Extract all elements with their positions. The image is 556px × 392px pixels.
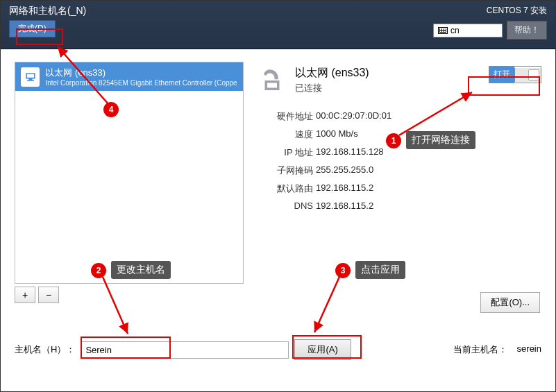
svg-line-3 [58, 46, 109, 105]
keyboard-layout-indicator[interactable]: cn [433, 24, 503, 37]
installer-brand: CENTOS 7 安装 [487, 5, 547, 17]
current-hostname-label: 当前主机名： [453, 343, 507, 356]
interface-list-item[interactable]: 以太网 (ens33) Intel Corporation 82545EM Gi… [15, 62, 243, 91]
annotation-badge: 3 [335, 263, 351, 278]
remove-interface-button[interactable]: − [38, 287, 59, 303]
annotation-box [292, 335, 362, 359]
ethernet-icon [21, 67, 40, 87]
interface-list[interactable]: 以太网 (ens33) Intel Corporation 82545EM Gi… [15, 62, 244, 284]
annotation-box [81, 336, 171, 359]
annotation-tip: 点击应用 [355, 261, 405, 279]
annotation-arrow [308, 277, 342, 336]
prop-label-gw: 默认路由 [258, 182, 313, 195]
ethernet-large-icon [258, 66, 287, 95]
prop-value-mask: 255.255.255.0 [316, 164, 541, 177]
prop-label-mask: 子网掩码 [258, 164, 313, 177]
prop-value-gw: 192.168.115.2 [316, 182, 541, 195]
annotation-arrow [53, 42, 116, 109]
hostname-label: 主机名（H）： [15, 343, 75, 356]
prop-label-dns: DNS [258, 201, 313, 211]
prop-label-speed: 速度 [258, 128, 313, 141]
svg-line-1 [103, 277, 128, 334]
keyboard-icon [438, 27, 448, 34]
annotation-arrow [399, 88, 482, 137]
annotation-arrow [100, 277, 135, 339]
annotation-badge: 2 [91, 263, 106, 278]
help-button[interactable]: 帮助！ [507, 21, 547, 40]
prop-value-dns: 192.168.115.2 [316, 201, 541, 211]
page-title: 网络和主机名(_N) [9, 5, 86, 17]
prop-label-hw: 硬件地址 [258, 110, 313, 123]
add-interface-button[interactable]: + [15, 287, 35, 303]
interface-detail-title: 以太网 (ens33) [295, 66, 480, 80]
configure-button[interactable]: 配置(O)... [480, 292, 540, 313]
svg-line-2 [314, 277, 339, 332]
svg-line-0 [399, 92, 472, 135]
current-hostname-value: serein [517, 343, 541, 356]
keyboard-layout-label: cn [450, 26, 460, 35]
prop-label-ip: IP 地址 [258, 146, 313, 159]
